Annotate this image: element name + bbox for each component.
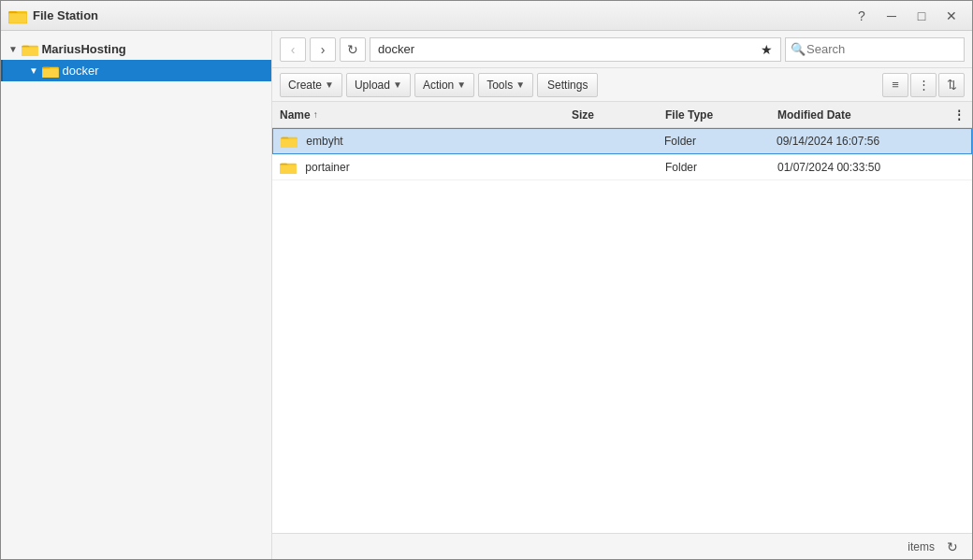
- main-layout: ▼ MariusHosting ▼ docker: [1, 31, 972, 559]
- table-row[interactable]: embyht Folder 09/14/2024 16:07:56: [272, 128, 972, 154]
- help-button[interactable]: ?: [849, 6, 875, 26]
- app-icon: [8, 7, 27, 25]
- sidebar: ▼ MariusHosting ▼ docker: [1, 31, 272, 559]
- root-folder-icon: [22, 43, 38, 56]
- back-button[interactable]: ‹: [280, 37, 306, 62]
- column-modified-date[interactable]: Modified Date: [777, 108, 937, 122]
- table-row[interactable]: portainer Folder 01/07/2024 00:33:50: [272, 154, 972, 180]
- create-button[interactable]: Create ▼: [280, 73, 342, 97]
- view-controls: ≡ ⋮ ⇅: [882, 73, 965, 97]
- close-button[interactable]: ✕: [938, 6, 965, 26]
- action-dropdown-arrow: ▼: [457, 79, 466, 90]
- svg-rect-9: [281, 138, 298, 148]
- tools-button[interactable]: Tools ▼: [478, 73, 533, 97]
- sort-button[interactable]: ⇅: [938, 73, 965, 97]
- sidebar-root-label: MariusHosting: [42, 42, 126, 56]
- root-expand-arrow: ▼: [8, 44, 18, 54]
- sidebar-item-docker-label: docker: [63, 64, 99, 78]
- svg-rect-7: [42, 68, 59, 78]
- sidebar-root-item[interactable]: ▼ MariusHosting: [1, 38, 271, 60]
- file-name-embyht: embyht: [281, 135, 571, 148]
- statusbar-refresh-button[interactable]: ↻: [942, 537, 963, 557]
- svg-rect-11: [280, 165, 297, 174]
- upload-dropdown-arrow: ▼: [393, 79, 402, 90]
- sidebar-item-docker[interactable]: ▼ docker: [1, 60, 271, 81]
- bookmark-star-icon[interactable]: ★: [761, 42, 773, 57]
- sort-arrow-name: ↑: [313, 109, 318, 120]
- forward-button[interactable]: ›: [310, 37, 336, 62]
- view-options-button[interactable]: ⋮: [910, 73, 937, 97]
- embyht-folder-icon: [281, 135, 298, 148]
- portainer-type: Folder: [665, 161, 777, 174]
- docker-expand-arrow: ▼: [29, 65, 38, 76]
- column-more[interactable]: ⋮: [937, 108, 965, 122]
- statusbar: items ↻: [272, 533, 972, 559]
- file-name-portainer: portainer: [280, 161, 572, 174]
- column-name[interactable]: Name ↑: [280, 108, 572, 122]
- portainer-date: 01/07/2024 00:33:50: [777, 161, 937, 174]
- create-dropdown-arrow: ▼: [325, 79, 334, 90]
- docker-folder-icon: [42, 65, 59, 78]
- embyht-type: Folder: [664, 135, 777, 148]
- file-list-header: Name ↑ Size File Type Modified Date ⋮: [272, 102, 972, 128]
- portainer-folder-icon: [280, 161, 297, 174]
- refresh-nav-button[interactable]: ↻: [340, 37, 366, 62]
- content-pane: ‹ › ↻ docker ★ 🔍 Create ▼ U: [272, 31, 972, 559]
- upload-button[interactable]: Upload ▼: [346, 73, 411, 97]
- main-window: File Station ? ─ □ ✕ ▼ MariusHosting ▼: [0, 0, 973, 560]
- column-size[interactable]: Size: [572, 108, 665, 122]
- items-label: items: [908, 540, 935, 553]
- search-wrapper: 🔍: [785, 37, 965, 62]
- tools-dropdown-arrow: ▼: [516, 79, 525, 90]
- embyht-date: 09/14/2024 16:07:56: [777, 135, 936, 148]
- action-toolbar: Create ▼ Upload ▼ Action ▼ Tools ▼ Setti…: [272, 68, 972, 102]
- address-bar[interactable]: docker ★: [370, 37, 781, 62]
- minimize-button[interactable]: ─: [879, 6, 905, 26]
- settings-button[interactable]: Settings: [537, 73, 598, 97]
- window-title: File Station: [33, 8, 849, 22]
- svg-rect-5: [22, 47, 38, 56]
- column-file-type[interactable]: File Type: [665, 108, 777, 122]
- window-controls: ? ─ □ ✕: [849, 6, 965, 26]
- file-list: Name ↑ Size File Type Modified Date ⋮: [272, 102, 972, 533]
- more-columns-icon: ⋮: [953, 108, 965, 122]
- navigation-toolbar: ‹ › ↻ docker ★ 🔍: [272, 31, 972, 68]
- svg-rect-2: [8, 13, 27, 23]
- list-view-button[interactable]: ≡: [882, 73, 908, 97]
- address-text: docker: [378, 42, 414, 56]
- titlebar: File Station ? ─ □ ✕: [1, 1, 972, 31]
- maximize-button[interactable]: □: [908, 6, 935, 26]
- action-button[interactable]: Action ▼: [414, 73, 474, 97]
- search-input[interactable]: [785, 37, 965, 62]
